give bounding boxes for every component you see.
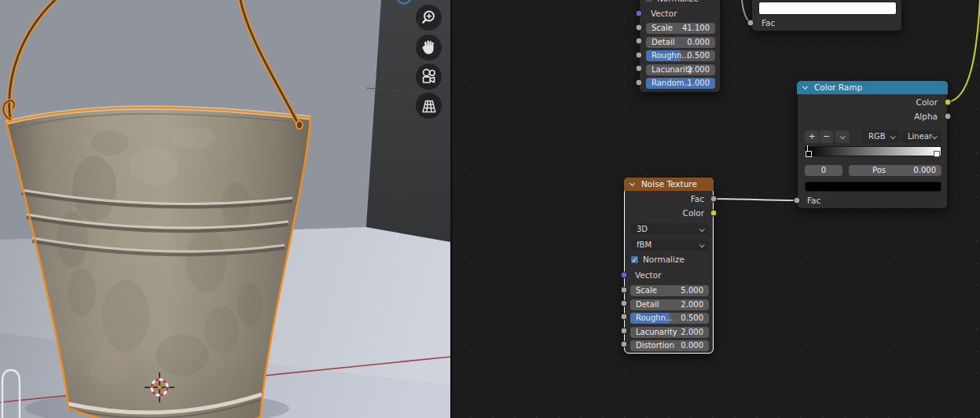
pan-hand-icon (416, 35, 442, 60)
node-color-ramp[interactable]: Color Ramp Color Alpha + − RGB Linear (797, 81, 948, 209)
socket-lacunarity-input[interactable] (636, 65, 643, 72)
checkbox-label: Normalize (657, 0, 699, 3)
socket-distortion-input[interactable] (621, 341, 628, 348)
collapse-chevron-icon[interactable] (802, 84, 808, 90)
chevron-down-icon (840, 134, 845, 138)
3d-viewport[interactable] (0, 0, 451, 418)
socket-fac-input[interactable] (794, 197, 801, 204)
viewport-scene (0, 0, 451, 418)
normalize-checkbox[interactable]: ✓ (630, 255, 639, 264)
chevron-down-icon (890, 134, 895, 138)
node-title: Color Ramp (814, 82, 862, 92)
socket-detail-input[interactable] (621, 300, 628, 307)
zoom-button[interactable] (416, 5, 442, 31)
scale-field[interactable]: Scale 41.100 (646, 23, 715, 34)
socket-vector-input[interactable] (636, 10, 643, 17)
fac-output-label: Fac (691, 194, 704, 204)
chevron-down-icon (932, 134, 937, 138)
fac-input-label: Fac (762, 18, 775, 28)
ramp-stop-white[interactable] (934, 151, 940, 157)
socket-roughness-input[interactable] (636, 52, 643, 59)
dimensions-dropdown[interactable]: 3D (630, 223, 709, 235)
lacunarity-field[interactable]: Lacunarity 2.000 (630, 327, 709, 338)
pan-button[interactable] (416, 35, 442, 60)
interpolation-dropdown[interactable]: Linear (901, 130, 941, 143)
socket-scale-input[interactable] (636, 24, 643, 31)
node-header[interactable]: Noise Texture (624, 178, 714, 191)
color-output-label: Color (916, 97, 938, 107)
socket-scale-input[interactable] (621, 287, 628, 294)
socket-fac-output[interactable] (710, 196, 718, 203)
socket-detail-input[interactable] (636, 38, 643, 45)
add-stop-button[interactable]: + (805, 130, 819, 143)
stop-index-field[interactable]: 0 (805, 165, 842, 176)
checkbox-label: Normalize (643, 255, 685, 264)
camera-icon (416, 64, 442, 90)
vector-label: Vector (651, 9, 677, 18)
camera-view-button[interactable] (416, 64, 442, 90)
ramp-color-swatch[interactable] (758, 2, 897, 15)
socket-alpha-output[interactable] (945, 113, 952, 120)
node-title: Noise Texture (641, 179, 697, 189)
socket-randomness-input[interactable] (636, 79, 643, 86)
grid-toggle-button[interactable] (416, 93, 442, 119)
socket-lacunarity-input[interactable] (621, 328, 628, 335)
stop-position-field[interactable]: Pos 0.000 (849, 165, 941, 176)
lacunarity-field[interactable]: Lacunarity 2.000 (646, 64, 715, 75)
shader-node-editor[interactable]: Normalize Vector Scale 41.100 Detail 0.0… (453, 0, 980, 418)
node-noise-texture-top[interactable]: Normalize Vector Scale 41.100 Detail 0.0… (639, 0, 721, 93)
collapse-chevron-icon[interactable] (629, 181, 635, 186)
roughness-slider[interactable]: Roughn... 0.500 (646, 50, 715, 61)
socket-color-output[interactable] (710, 210, 718, 217)
node-color-ramp-top[interactable]: Fac (751, 0, 902, 31)
socket-roughness-input[interactable] (621, 314, 628, 321)
chevron-down-icon (699, 226, 704, 231)
alpha-output-label: Alpha (914, 112, 938, 121)
scale-field[interactable]: Scale 5.000 (630, 285, 709, 296)
color-ramp-gradient[interactable] (805, 146, 941, 156)
randomness-slider[interactable]: Random... 1.000 (646, 78, 715, 89)
vector-label: Vector (635, 270, 661, 280)
color-mode-dropdown[interactable]: RGB (862, 130, 900, 143)
color-output-label: Color (683, 208, 704, 218)
node-header[interactable]: Color Ramp (797, 81, 948, 94)
remove-stop-button[interactable]: − (820, 130, 833, 143)
perspective-grid-icon (416, 93, 442, 119)
normalize-checkbox[interactable] (644, 0, 653, 3)
detail-field[interactable]: Detail 0.000 (646, 37, 715, 48)
socket-color-output[interactable] (945, 99, 952, 106)
distortion-field[interactable]: Distortion 0.000 (630, 340, 709, 351)
socket-fac-input[interactable] (747, 20, 754, 27)
roughness-slider[interactable]: Roughn... 0.500 (630, 313, 709, 324)
ramp-options-button[interactable] (835, 130, 850, 143)
socket-vector-input[interactable] (621, 272, 628, 279)
chevron-down-icon (699, 242, 704, 247)
noise-type-dropdown[interactable]: fBM (630, 239, 709, 251)
zoom-in-icon (416, 5, 442, 31)
detail-field[interactable]: Detail 2.000 (630, 299, 709, 310)
fac-input-label: Fac (807, 196, 820, 205)
blender-window: Normalize Vector Scale 41.100 Detail 0.0… (0, 0, 980, 418)
stop-color-swatch[interactable] (805, 182, 941, 192)
node-noise-texture[interactable]: Noise Texture Fac Color 3D fBM ✓ Normali… (624, 178, 714, 354)
ramp-stop-black[interactable] (806, 151, 812, 157)
